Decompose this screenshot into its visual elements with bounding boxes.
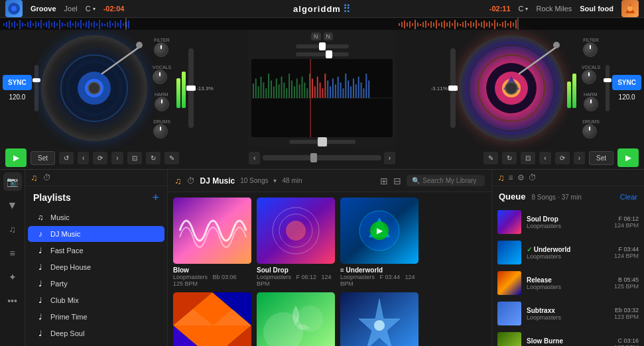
search-input[interactable] — [422, 177, 480, 184]
vocals-knob-left[interactable] — [153, 70, 167, 84]
grid-icon[interactable]: ⊟ — [393, 176, 401, 186]
queue-thumb-slowburne — [497, 332, 521, 346]
sidebar-icon-more[interactable]: ••• — [3, 292, 22, 310]
next-btn-left[interactable]: › — [111, 152, 123, 164]
queue-right-release: B 05:45 125 BPM — [614, 276, 639, 290]
svg-rect-6 — [6, 22, 7, 27]
loop-btn-left[interactable]: ↺ — [59, 152, 74, 164]
svg-rect-86 — [481, 22, 482, 27]
search-box[interactable]: 🔍 — [407, 175, 485, 186]
drums-knob-left[interactable] — [153, 124, 168, 139]
queue-item-2[interactable]: Release Loopmasters B 05:45 125 BPM — [492, 268, 644, 298]
fader-channel-left[interactable] — [296, 44, 349, 48]
edit-btn-left[interactable]: ✎ — [164, 152, 179, 164]
song-card-souldrop[interactable]: Soul Drop Loopmasters F 06:12 124 BPM — [257, 198, 335, 287]
svg-rect-130 — [302, 77, 303, 98]
svg-rect-152 — [358, 77, 359, 98]
sidebar-icon-music[interactable]: ▼ — [3, 196, 22, 215]
sidebar-icon-star[interactable]: ✦ — [3, 268, 22, 286]
svg-point-164 — [502, 79, 521, 97]
playlist-item-primetime[interactable]: ♩ Prime Time — [28, 309, 164, 325]
next-btn-right[interactable]: › — [574, 152, 585, 164]
playlist-item-djmusic[interactable]: ♪ DJ Music — [28, 226, 164, 242]
vol-fader-left[interactable] — [34, 65, 38, 111]
sync-btn-right[interactable]: SYNC — [612, 75, 641, 90]
filter-knob-left[interactable] — [154, 42, 168, 57]
song-card-track6[interactable]: Track 6 Loopmasters D 03:55 123 BPM — [340, 292, 419, 346]
edit-btn-right[interactable]: ✎ — [483, 152, 498, 164]
playlist-tool-icon2[interactable]: ⏱ — [43, 173, 51, 182]
fader-channel-right[interactable] — [296, 52, 349, 56]
playlist-item-music[interactable]: ♫ Music — [28, 209, 164, 225]
svg-point-106 — [85, 79, 103, 97]
queue-tool-icon3[interactable]: ⚙ — [517, 173, 525, 182]
crossfader[interactable] — [289, 140, 355, 144]
set-btn-left[interactable]: Set — [31, 151, 55, 165]
sidebar-icon-note[interactable]: ♫ — [3, 220, 22, 239]
song-card-release[interactable]: ≡ Release Loopmasters B 05:45 125 BPM — [173, 292, 251, 346]
svg-rect-31 — [72, 23, 74, 26]
playlist-item-fastpace[interactable]: ♩ Fast Pace — [28, 243, 164, 259]
svg-rect-139 — [324, 74, 326, 98]
loop2-btn-right[interactable]: ↻ — [502, 152, 517, 164]
turntable-left[interactable] — [41, 35, 147, 141]
prev-global[interactable]: ‹ — [249, 152, 260, 164]
next-global[interactable]: › — [384, 152, 395, 164]
queue-right-underworld: F 03:44 124 BPM — [614, 246, 639, 259]
song-card-track5[interactable]: Track 5 Loopmasters C 04:22 126 BPM — [257, 292, 335, 346]
bpm-left: 120.0 — [9, 93, 25, 101]
cue-btn-left[interactable]: ⊡ — [127, 152, 142, 164]
playlist-tool-icon1[interactable]: ♫ — [31, 172, 38, 183]
queue-item-4[interactable]: Slow Burne Loopmasters C 03:16 127 BPM — [492, 329, 644, 346]
pitch-slider-left[interactable] — [188, 48, 194, 128]
queue-item-3[interactable]: Subtraxx Loopmasters Eb 03:32 123 BPM — [492, 298, 644, 329]
svg-rect-35 — [83, 23, 84, 26]
queue-item-1[interactable]: ✓ Underworld Loopmasters F 03:44 124 BPM — [492, 237, 644, 268]
drums-knob-right[interactable] — [582, 124, 597, 139]
sidebar-icon-list[interactable]: ≡ — [3, 244, 22, 262]
clear-queue-btn[interactable]: Clear — [620, 193, 637, 201]
play-btn-left[interactable]: ▶ — [5, 148, 27, 167]
queue-item-0[interactable]: Soul Drop Loopmasters F 06:12 124 BPM — [492, 207, 644, 237]
turntable-right[interactable] — [458, 35, 564, 141]
playlist-item-party[interactable]: ♩ Party — [28, 276, 164, 292]
cue-btn-right[interactable]: ⊡ — [521, 152, 535, 164]
playlist-item-clubmix[interactable]: ♩ Club Mix — [28, 292, 164, 308]
filter-icon[interactable]: ⊞ — [380, 176, 388, 186]
playlist-item-oldschool[interactable]: ♩ Old School — [28, 342, 164, 346]
content-tool-icon[interactable]: ♫ — [174, 176, 182, 186]
loop2-btn-left[interactable]: ↻ — [146, 152, 161, 164]
svg-rect-47 — [115, 21, 116, 28]
queue-tool-icon1[interactable]: ♫ — [497, 172, 505, 183]
vocals-knob-right[interactable] — [582, 70, 596, 84]
song-card-underworld[interactable]: ▶ ≡ Underworld Loopmasters F 03:44 124 B… — [340, 198, 419, 287]
pitch-slider-right[interactable] — [450, 48, 456, 128]
content-clock-icon[interactable]: ⏱ — [187, 176, 195, 186]
set-btn-right[interactable]: Set — [589, 151, 613, 165]
play-btn-right[interactable]: ▶ — [617, 148, 639, 167]
queue-song-count: 8 Songs — [531, 194, 556, 201]
svg-point-173 — [286, 221, 306, 241]
queue-tool-icon2[interactable]: ≡ — [509, 173, 513, 182]
vol-fader-right[interactable] — [606, 65, 610, 111]
harm-knob-right[interactable] — [584, 97, 598, 111]
harm-knob-left[interactable] — [155, 97, 169, 111]
sync-btn-left[interactable]: SYNC — [3, 75, 32, 90]
playlist-name-party: Party — [50, 280, 68, 288]
sidebar-icon-camera[interactable]: 📷 — [3, 172, 22, 191]
prev-btn-right[interactable]: ‹ — [539, 152, 550, 164]
playlist-item-deepsoul[interactable]: ♩ Deep Soul — [28, 325, 164, 341]
progress-strip[interactable] — [263, 155, 381, 160]
sync2-btn-right[interactable]: ⟳ — [555, 152, 570, 164]
svg-rect-30 — [70, 21, 71, 28]
queue-tool-icon4[interactable]: ⏱ — [529, 173, 537, 182]
filter-knob-right[interactable] — [583, 42, 598, 57]
sync2-btn-left[interactable]: ⟳ — [93, 152, 107, 164]
song-card-blow[interactable]: Blow Loopmasters Bb 03:06 125 BPM — [173, 198, 251, 287]
add-playlist-btn[interactable]: + — [152, 192, 159, 203]
playlist-item-deephouse[interactable]: ♩ Deep House — [28, 259, 164, 275]
svg-rect-127 — [294, 86, 295, 98]
prev-btn-left[interactable]: ‹ — [78, 152, 89, 164]
svg-rect-137 — [320, 82, 321, 98]
svg-rect-119 — [273, 86, 275, 98]
